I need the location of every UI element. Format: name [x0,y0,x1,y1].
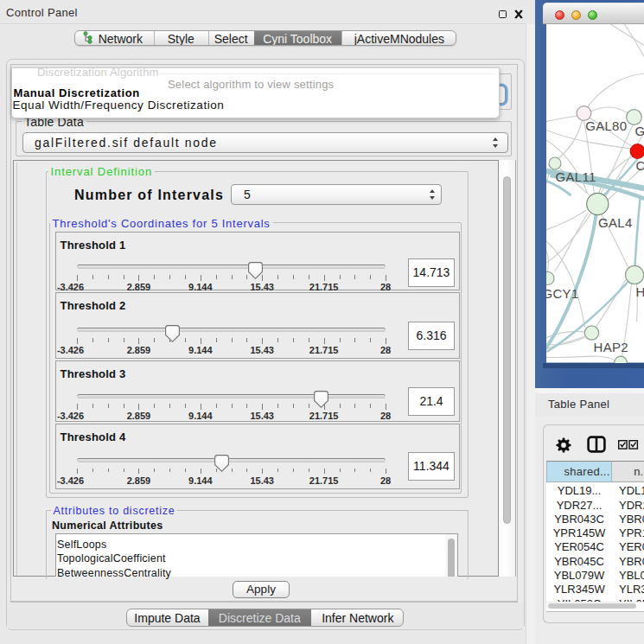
svg-text:GAL4: GAL4 [598,215,633,230]
svg-text:GAL11: GAL11 [555,169,596,184]
svg-text:C: C [635,158,644,173]
svg-text:HAP2: HAP2 [593,340,628,354]
svg-text:H: H [635,284,644,299]
svg-text:GCY1: GCY1 [546,286,579,301]
svg-text:GA: GA [634,124,644,138]
svg-text:GAL80: GAL80 [585,118,627,133]
